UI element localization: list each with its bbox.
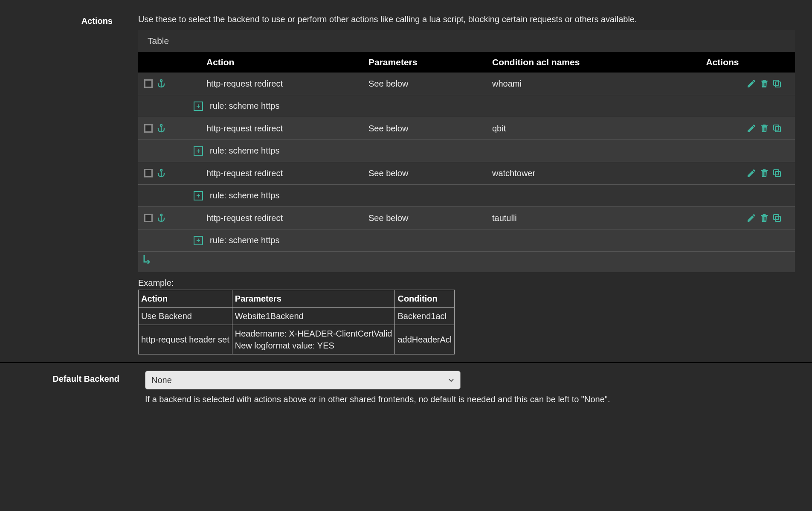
copy-icon[interactable] [772,168,782,178]
actions-description: Use these to select the backend to use o… [138,13,795,26]
svg-rect-4 [775,127,780,132]
row-checkbox[interactable] [144,124,153,133]
delete-icon[interactable] [759,168,769,178]
row-checkbox[interactable] [144,79,153,88]
add-row-icon[interactable] [142,254,791,266]
svg-point-0 [160,80,162,81]
svg-rect-5 [774,125,779,130]
table-row: http-request redirect See below tautulli [138,207,795,229]
delete-icon[interactable] [759,213,769,223]
table-row: http-request redirect See below watchtow… [138,162,795,185]
copy-icon[interactable] [772,123,782,134]
cell-rule: rule: scheme https [210,101,279,111]
svg-rect-7 [775,171,780,177]
ex-cell-condition: Backend1acl [395,308,455,325]
table-footer [138,252,795,272]
cell-action: http-request redirect [189,168,368,178]
cell-action: http-request redirect [189,124,368,134]
svg-point-9 [160,214,162,216]
svg-point-3 [160,125,162,126]
anchor-icon[interactable] [156,213,166,223]
edit-icon[interactable] [746,168,757,178]
section-divider [0,362,812,363]
ex-cell-parameters: Website1Backend [232,308,395,325]
ex-th-action: Action [139,290,232,308]
table-title: Table [138,30,795,52]
example-label: Example: [138,278,795,288]
svg-rect-8 [774,170,779,175]
table-subrow: + rule: scheme https [138,185,795,207]
actions-table: Table Action Parameters Condition acl na… [138,30,795,272]
copy-icon[interactable] [772,213,782,223]
cell-condition: qbit [492,124,663,134]
expand-icon[interactable]: + [194,191,203,200]
cell-rule: rule: scheme https [210,191,279,200]
edit-icon[interactable] [746,78,757,89]
ex-cell-condition: addHeaderAcl [395,325,455,354]
table-subrow: + rule: scheme https [138,140,795,162]
svg-rect-2 [774,80,779,85]
edit-icon[interactable] [746,123,757,134]
svg-rect-10 [775,216,780,221]
th-parameters: Parameters [368,57,492,67]
cell-condition: whoami [492,79,663,89]
actions-label: Actions [0,13,138,26]
th-condition: Condition acl names [492,57,663,67]
expand-icon[interactable]: + [194,102,203,111]
table-subrow: + rule: scheme https [138,229,795,252]
cell-condition: watchtower [492,168,663,178]
default-backend-help: If a backend is selected with actions ab… [145,395,795,404]
edit-icon[interactable] [746,213,757,223]
table-row: http-request redirect See below whoami [138,73,795,95]
row-checkbox[interactable] [144,169,153,177]
svg-rect-1 [775,82,780,87]
row-checkbox[interactable] [144,214,153,222]
expand-icon[interactable]: + [194,236,203,245]
cell-parameters: See below [368,213,492,223]
cell-rule: rule: scheme https [210,235,279,245]
th-action: Action [189,57,368,67]
anchor-icon[interactable] [156,78,166,89]
ex-cell-parameters: Headername: X-HEADER-ClientCertValid New… [232,325,395,354]
svg-rect-11 [774,215,779,220]
ex-th-condition: Condition [395,290,455,308]
table-row: http-request redirect See below qbit [138,117,795,140]
cell-condition: tautulli [492,213,663,223]
cell-rule: rule: scheme https [210,146,279,156]
table-subrow: + rule: scheme https [138,95,795,117]
cell-parameters: See below [368,168,492,178]
expand-icon[interactable]: + [194,146,203,156]
default-backend-label: Default Backend [0,371,145,384]
cell-action: http-request redirect [189,79,368,89]
th-actions: Actions [663,57,795,67]
ex-th-parameters: Parameters [232,290,395,308]
cell-parameters: See below [368,124,492,134]
delete-icon[interactable] [759,78,769,89]
anchor-icon[interactable] [156,123,166,134]
svg-point-6 [160,169,162,171]
default-backend-select[interactable]: None [145,371,461,389]
copy-icon[interactable] [772,78,782,89]
delete-icon[interactable] [759,123,769,134]
example-table: Action Parameters Condition Use Backend … [138,290,455,354]
cell-action: http-request redirect [189,213,368,223]
table-header: Action Parameters Condition acl names Ac… [138,52,795,73]
ex-cell-action: http-request header set [139,325,232,354]
anchor-icon[interactable] [156,168,166,178]
cell-parameters: See below [368,79,492,89]
ex-cell-action: Use Backend [139,308,232,325]
